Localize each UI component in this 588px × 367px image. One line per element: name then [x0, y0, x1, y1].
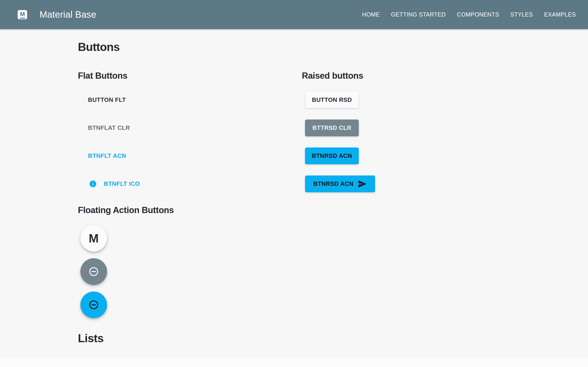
nav-link-examples[interactable]: EXAMPLES	[544, 12, 576, 17]
remove-circle-outline-icon	[88, 266, 99, 277]
raised-button-row: BTTRSD CLR	[302, 114, 588, 142]
raised-button-with-icon[interactable]: BTNRSD ACN	[305, 175, 375, 192]
app-title: Material Base	[40, 9, 96, 20]
nav-link-components[interactable]: COMPONENTS	[457, 12, 499, 17]
logo-letter: M	[20, 11, 25, 17]
buttons-section-title: Buttons	[78, 40, 588, 54]
raised-buttons-column: Raised buttons BUTTON RSD BTTRSD CLR BTN…	[302, 71, 588, 198]
fab-section-title: Floating Action Buttons	[78, 205, 588, 216]
flat-buttons-title: Flat Buttons	[78, 71, 302, 81]
flat-buttons-column: Flat Buttons BUTTON FLT BTNFLAT CLR BTNF…	[78, 71, 302, 198]
flat-button-icon-label: BTNFLT ICO	[104, 180, 140, 187]
raised-buttons-list: BUTTON RSD BTTRSD CLR BTNRSD ACN BTNRSD …	[302, 86, 588, 198]
top-nav: HOME GETTING STARTED COMPONENTS STYLES E…	[362, 12, 576, 17]
raised-button-default[interactable]: BUTTON RSD	[305, 92, 359, 108]
flat-buttons-list: BUTTON FLT BTNFLAT CLR BTNFLT ACN BTNFLT…	[78, 86, 302, 198]
info-icon	[89, 180, 97, 188]
flat-button-colored[interactable]: BTNFLAT CLR	[88, 124, 130, 131]
flat-button-with-icon[interactable]: BTNFLT ICO	[89, 180, 140, 188]
material-base-logo-icon: M	[18, 10, 27, 19]
raised-button-colored[interactable]: BTTRSD CLR	[305, 119, 359, 136]
fab-letter: M	[89, 232, 99, 244]
logo-underline	[20, 18, 25, 19]
fab-stack: M	[80, 225, 107, 318]
buttons-columns: Flat Buttons BUTTON FLT BTNFLAT CLR BTNF…	[78, 71, 588, 198]
list-card	[0, 359, 588, 367]
main-content: Buttons Flat Buttons BUTTON FLT BTNFLAT …	[0, 40, 588, 345]
raised-button-row: BTNRSD ACN	[302, 170, 588, 198]
fab-colored[interactable]	[80, 258, 107, 285]
raised-button-accent[interactable]: BTNRSD ACN	[305, 148, 359, 164]
flat-button-row: BTNFLT ICO	[78, 170, 302, 198]
nav-link-styles[interactable]: STYLES	[510, 12, 533, 17]
nav-link-home[interactable]: HOME	[362, 12, 380, 17]
send-icon	[358, 179, 367, 189]
lists-section-title: Lists	[78, 332, 588, 345]
raised-buttons-title: Raised buttons	[302, 71, 588, 81]
fab-accent[interactable]	[80, 292, 107, 318]
raised-button-row: BUTTON RSD	[302, 86, 588, 114]
flat-button-row: BTNFLAT CLR	[78, 114, 302, 142]
brand[interactable]: M Material Base	[18, 9, 96, 20]
raised-button-icon-label: BTNRSD ACN	[313, 180, 354, 187]
flat-button-row: BTNFLT ACN	[78, 142, 302, 170]
flat-button-row: BUTTON FLT	[78, 86, 302, 114]
app-bar: M Material Base HOME GETTING STARTED COM…	[0, 0, 588, 29]
fab-default[interactable]: M	[80, 225, 107, 252]
flat-button-accent[interactable]: BTNFLT ACN	[88, 152, 126, 159]
remove-circle-outline-icon	[88, 300, 99, 310]
nav-link-getting-started[interactable]: GETTING STARTED	[391, 12, 446, 17]
flat-button-default[interactable]: BUTTON FLT	[88, 96, 126, 103]
raised-button-row: BTNRSD ACN	[302, 142, 588, 170]
